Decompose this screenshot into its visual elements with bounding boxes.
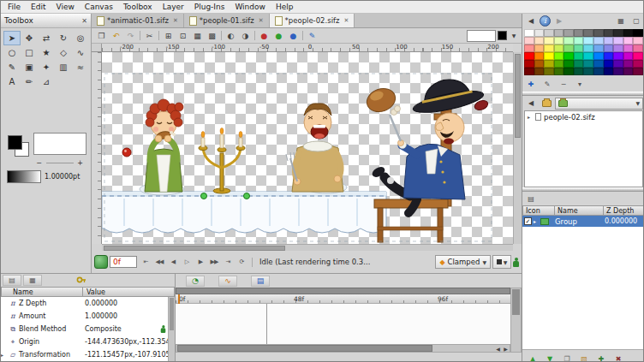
- palette-swatch[interactable]: [593, 37, 604, 45]
- decrease-width-button[interactable]: −: [33, 158, 45, 168]
- timetrack-panel-button[interactable]: ◔: [186, 276, 205, 287]
- layer-row-group[interactable]: ✓ ▸ Group 0.000000: [522, 216, 644, 227]
- tab-people02sifz[interactable]: *people-02.sifz✕: [270, 14, 355, 27]
- palette-swatch[interactable]: [534, 37, 545, 45]
- palette-swatch[interactable]: [564, 45, 574, 52]
- palette-swatch[interactable]: [554, 45, 564, 52]
- palette-swatch[interactable]: [633, 37, 643, 45]
- palette-swatch[interactable]: [524, 37, 534, 45]
- smooth-move-tool[interactable]: ✥: [21, 31, 38, 45]
- zoom-tool[interactable]: ◎: [72, 31, 89, 45]
- expander-icon[interactable]: ▸: [528, 114, 533, 120]
- spline-tool[interactable]: ∿: [72, 45, 89, 60]
- transform-tool[interactable]: ➤: [3, 31, 21, 45]
- timetrack-horizontal-scrollbar[interactable]: ◀ ▶: [176, 344, 510, 353]
- palette-swatch[interactable]: [574, 29, 584, 37]
- palette-swatch[interactable]: [534, 60, 545, 68]
- canvas-workarea[interactable]: [102, 52, 513, 244]
- width-tool[interactable]: ≈: [72, 60, 89, 74]
- layers-panel-icon[interactable]: ▤: [524, 193, 538, 205]
- timetrack-content[interactable]: [176, 304, 510, 344]
- palette-swatch[interactable]: [554, 52, 564, 60]
- palette-swatch[interactable]: [583, 52, 593, 60]
- keyframe-lock-icon[interactable]: [76, 276, 86, 286]
- polygon-tool[interactable]: ◇: [55, 45, 72, 60]
- current-time-field[interactable]: 0f: [110, 256, 137, 268]
- palette-swatch[interactable]: [583, 37, 593, 45]
- folder-icon[interactable]: [540, 98, 553, 110]
- expander-icon[interactable]: ▸: [1, 352, 6, 358]
- expander-icon[interactable]: ▸: [534, 218, 539, 224]
- palette-swatch[interactable]: [613, 29, 623, 37]
- timetrack-vertical-scrollbar[interactable]: [510, 288, 522, 353]
- remove-color-button[interactable]: −: [557, 78, 570, 90]
- palette-swatch[interactable]: [524, 52, 534, 60]
- transform-handle[interactable]: [244, 193, 250, 199]
- palette-swatch[interactable]: [524, 68, 534, 75]
- seek-begin-button[interactable]: ⇤: [139, 256, 152, 269]
- canvas-menu-dropdown[interactable]: ▼: [509, 30, 519, 41]
- guides-button[interactable]: ▦: [190, 29, 205, 42]
- back-button[interactable]: ◀: [524, 15, 538, 27]
- palette-swatch[interactable]: [554, 68, 564, 75]
- preview-button[interactable]: ●: [271, 29, 286, 42]
- menu-view[interactable]: View: [51, 2, 80, 12]
- menu-help[interactable]: Help: [271, 2, 299, 12]
- info-icon[interactable]: i: [540, 15, 551, 27]
- palette-swatch[interactable]: [534, 45, 545, 52]
- palette-swatch[interactable]: [534, 52, 545, 60]
- palette-swatch[interactable]: [574, 60, 584, 68]
- params-panel-tab[interactable]: ▤: [3, 275, 21, 286]
- rotate-tool[interactable]: ↻: [55, 31, 72, 45]
- palette-swatch[interactable]: [623, 60, 634, 68]
- delete-layer-button[interactable]: ✖: [611, 353, 625, 362]
- increase-width-button[interactable]: +: [75, 158, 86, 168]
- palette-swatch[interactable]: [574, 45, 584, 52]
- palette-swatch[interactable]: [564, 29, 574, 37]
- param-value[interactable]: 0.000000: [85, 300, 117, 307]
- gradient-tool[interactable]: ▥: [55, 60, 72, 74]
- palette-swatch[interactable]: [593, 52, 604, 60]
- palette-swatch[interactable]: [583, 29, 593, 37]
- icon-column-header[interactable]: Icon: [522, 205, 555, 216]
- palette-swatch[interactable]: [593, 29, 604, 37]
- palette-swatch[interactable]: [544, 29, 554, 37]
- scrollbar-thumb[interactable]: [170, 298, 174, 330]
- future-onion-button[interactable]: ◑: [238, 29, 253, 42]
- param-row-blend-method[interactable]: ⧉Blend MethodComposite: [1, 323, 168, 335]
- duplicate-button[interactable]: ❐: [94, 29, 109, 42]
- palette-options-icon[interactable]: ▦: [614, 15, 628, 27]
- palette-swatch[interactable]: [604, 60, 614, 68]
- time-settings-icon[interactable]: [94, 255, 108, 269]
- name-column-header[interactable]: Name: [1, 287, 83, 297]
- record-toggle-button[interactable]: ●: [257, 29, 271, 42]
- palette-swatch[interactable]: [613, 45, 623, 52]
- cut-button[interactable]: ✂: [142, 29, 157, 42]
- time-bounds-bar[interactable]: [176, 288, 510, 294]
- tab-animatic01sifz[interactable]: *animatic-01.sifz✕: [92, 14, 184, 27]
- prev-keyframe-button[interactable]: ◀◀: [152, 256, 166, 269]
- menu-plugins[interactable]: Plug-Ins: [189, 2, 230, 12]
- background-color-button[interactable]: [496, 30, 509, 41]
- palette-swatch[interactable]: [534, 29, 545, 37]
- param-value[interactable]: Composite: [85, 325, 122, 333]
- eyedrop-tool[interactable]: ✦: [38, 60, 55, 74]
- close-icon[interactable]: ✕: [81, 17, 87, 25]
- render-button[interactable]: ●: [286, 29, 301, 42]
- rectangle-tool[interactable]: □: [21, 45, 38, 60]
- outline-color-swatch[interactable]: [8, 135, 22, 150]
- palette-swatch[interactable]: [633, 52, 643, 60]
- sketch-tool[interactable]: ✏: [21, 74, 38, 89]
- loop-button[interactable]: ⟳: [235, 256, 248, 269]
- canvas-location-dropdown[interactable]: ▼: [555, 98, 643, 110]
- vertical-ruler[interactable]: [92, 52, 102, 244]
- palette-swatch[interactable]: [574, 52, 584, 60]
- menu-edit[interactable]: Edit: [26, 2, 51, 12]
- next-keyframe-button[interactable]: ▶▶: [207, 256, 221, 269]
- keyframe-dropdown[interactable]: ▼: [492, 255, 511, 269]
- duplicate-layer-button[interactable]: ❐: [560, 353, 574, 362]
- palette-swatch[interactable]: [574, 37, 584, 45]
- palette-swatch[interactable]: [604, 29, 614, 37]
- palette-menu-button[interactable]: ▾: [573, 78, 587, 90]
- next-frame-button[interactable]: ▶: [194, 256, 207, 269]
